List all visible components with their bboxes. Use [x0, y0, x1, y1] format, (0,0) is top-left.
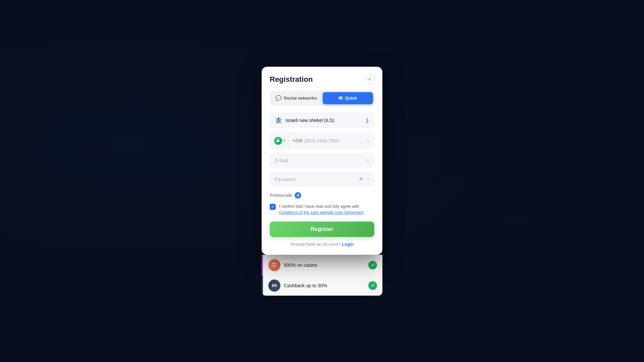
bonus-card-casino: 🎰 500% on casino ✓	[262, 255, 382, 275]
casino-bonus-check-icon: ✓	[368, 261, 377, 269]
bonus-left-casino: 🎰 500% on casino	[268, 259, 317, 271]
agreement-text: I confirm that i have read and fully agr…	[279, 203, 374, 216]
currency-left: 🏦 Israeli new shekel (ILS)	[275, 117, 334, 124]
password-icons: 👁	[359, 176, 369, 182]
register-button[interactable]: Register	[270, 222, 374, 237]
password-input-row: 👁	[270, 172, 374, 187]
email-input-row	[270, 153, 374, 168]
agreement-text-before: I confirm that i have read and fully agr…	[279, 204, 359, 209]
modal-title: Registration	[270, 75, 313, 84]
currency-icon: 🏦	[275, 117, 282, 124]
country-code: +234	[292, 138, 304, 143]
phone-input[interactable]	[304, 134, 367, 147]
country-code-selector[interactable]: ▾	[270, 133, 289, 149]
phone-dot-indicator	[367, 139, 369, 142]
password-dot-indicator	[367, 178, 369, 181]
bonus-cards: 🎰 500% on casino ✓ 84 Cashback up to 30%…	[262, 255, 382, 296]
tab-switcher: 💬 Social networks ✉ Quick	[270, 91, 374, 106]
cashback-bonus-icon: 84	[268, 280, 280, 292]
promocode-add-button[interactable]: +	[294, 192, 301, 199]
cashback-bonus-check-icon: ✓	[368, 281, 377, 290]
promocode-label: Promocode	[270, 193, 292, 198]
flag-icon	[274, 137, 282, 145]
casino-bonus-icon: 🎰	[268, 259, 280, 271]
email-dot-indicator	[367, 159, 369, 162]
agreement-checkbox[interactable]: ✓	[270, 204, 276, 210]
agreement-link[interactable]: Conditions of the 1win website User Agre…	[279, 210, 364, 215]
modal-backdrop: Registration × 💬 Social networks ✉ Quick…	[262, 67, 382, 296]
bonus-card-cashback: 84 Cashback up to 30% ✓	[262, 275, 382, 296]
checkmark-icon: ✓	[271, 204, 274, 209]
registration-modal: Registration × 💬 Social networks ✉ Quick…	[262, 67, 382, 255]
currency-dropdown[interactable]: 🏦 Israeli new shekel (ILS) ❯	[270, 112, 374, 128]
login-link[interactable]: Login	[342, 242, 354, 247]
agreement-row: ✓ I confirm that i have read and fully a…	[270, 203, 374, 216]
phone-input-row: ▾ +234	[270, 132, 374, 149]
tab-quick-label: Quick	[345, 96, 357, 101]
flag-chevron-icon: ▾	[283, 138, 285, 143]
chat-icon: 💬	[275, 95, 282, 101]
login-prompt-text: Already have an account?	[290, 242, 340, 247]
currency-label: Israeli new shekel (ILS)	[285, 118, 334, 123]
cashback-bonus-text: Cashback up to 30%	[284, 283, 327, 288]
promocode-row: Promocode +	[270, 192, 374, 199]
tab-social-label: Social networks	[284, 96, 317, 101]
bonus-left-cashback: 84 Cashback up to 30%	[268, 280, 327, 292]
chevron-down-icon: ❯	[365, 118, 369, 123]
casino-bonus-text: 500% on casino	[284, 262, 317, 268]
tab-quick[interactable]: ✉ Quick	[323, 92, 373, 104]
email-input[interactable]	[275, 154, 367, 168]
tab-social-networks[interactable]: 💬 Social networks	[271, 92, 321, 104]
eye-icon[interactable]: 👁	[359, 176, 364, 182]
password-input[interactable]	[275, 172, 359, 186]
envelope-icon: ✉	[338, 95, 343, 101]
modal-header: Registration ×	[270, 75, 374, 84]
login-row: Already have an account? Login	[270, 242, 374, 247]
close-button[interactable]: ×	[365, 75, 374, 84]
